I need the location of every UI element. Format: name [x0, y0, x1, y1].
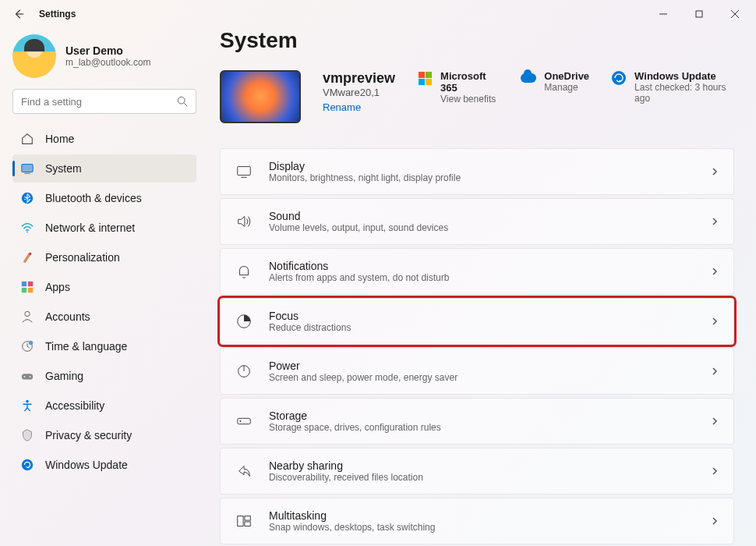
svg-rect-12	[28, 282, 33, 286]
setting-multitasking[interactable]: MultitaskingSnap windows, desktops, task…	[220, 498, 734, 544]
gamepad-icon	[20, 369, 34, 383]
sidebar-item-label: Home	[45, 133, 74, 145]
share-icon	[235, 462, 253, 480]
cloud-icon	[521, 70, 536, 86]
sidebar-item-accessibility[interactable]: Accessibility	[12, 392, 196, 420]
shield-icon	[20, 428, 34, 442]
setting-power[interactable]: PowerScreen and sleep, power mode, energ…	[220, 348, 734, 395]
device-model: VMware20,1	[323, 87, 395, 98]
svg-rect-1	[696, 11, 702, 17]
svg-point-22	[22, 459, 33, 470]
svg-point-15	[25, 311, 30, 316]
chevron-right-icon	[710, 267, 719, 276]
svg-rect-32	[245, 516, 250, 521]
sidebar-item-label: Privacy & security	[45, 429, 132, 441]
sidebar-item-label: Accessibility	[45, 399, 104, 412]
titlebar: Settings	[0, 0, 756, 28]
sidebar-item-label: Bluetooth & devices	[45, 192, 142, 204]
svg-point-9	[26, 232, 28, 233]
chevron-right-icon	[710, 167, 719, 176]
window-title: Settings	[39, 9, 76, 20]
search-icon	[177, 96, 188, 107]
minimize-button[interactable]	[645, 2, 681, 27]
search-box[interactable]	[12, 89, 196, 114]
svg-point-17	[29, 341, 33, 345]
person-icon	[20, 310, 34, 324]
sidebar-item-network[interactable]: Network & internet	[12, 214, 196, 242]
svg-rect-18	[22, 374, 33, 379]
sync-icon	[611, 70, 627, 86]
svg-point-10	[29, 253, 32, 256]
sidebar: User Demo m_lab@outlook.com Home System …	[0, 28, 204, 546]
bell-icon	[235, 262, 253, 281]
display-icon	[235, 162, 253, 181]
svg-rect-14	[28, 288, 33, 292]
setting-display[interactable]: DisplayMonitors, brightness, night light…	[220, 148, 734, 195]
sidebar-item-label: Windows Update	[45, 459, 128, 471]
system-icon	[20, 161, 34, 176]
sidebar-item-apps[interactable]: Apps	[12, 273, 196, 301]
svg-point-23	[612, 71, 626, 85]
sidebar-item-privacy[interactable]: Privacy & security	[12, 421, 196, 449]
svg-line-5	[184, 103, 187, 106]
update-icon	[20, 458, 34, 472]
sidebar-item-home[interactable]: Home	[12, 125, 196, 153]
device-name: vmpreview	[323, 70, 395, 87]
svg-rect-11	[22, 282, 26, 286]
setting-notifications[interactable]: NotificationsAlerts from apps and system…	[220, 248, 734, 295]
brush-icon	[20, 250, 34, 264]
device-thumbnail[interactable]	[220, 70, 301, 123]
sidebar-item-label: Accounts	[45, 310, 90, 323]
clock-icon	[20, 339, 34, 353]
sidebar-item-label: Network & internet	[45, 222, 135, 234]
svg-point-19	[24, 376, 26, 378]
rename-link[interactable]: Rename	[323, 101, 395, 113]
multitask-icon	[235, 512, 253, 530]
maximize-button[interactable]	[681, 2, 717, 27]
sidebar-item-time[interactable]: Time & language	[12, 332, 196, 360]
sidebar-item-personalization[interactable]: Personalization	[12, 243, 196, 271]
setting-nearby[interactable]: Nearby sharingDiscoverability, received …	[220, 448, 734, 495]
status-m365[interactable]: Microsoft 365View benefits	[417, 70, 499, 105]
focus-icon	[235, 312, 253, 331]
svg-rect-6	[22, 165, 33, 172]
svg-rect-33	[245, 522, 250, 526]
setting-sound[interactable]: SoundVolume levels, output, input, sound…	[220, 198, 734, 245]
setting-focus[interactable]: FocusReduce distractions	[220, 298, 734, 345]
sidebar-item-label: Personalization	[45, 251, 120, 264]
sidebar-item-label: Gaming	[45, 370, 83, 382]
status-onedrive[interactable]: OneDriveManage	[521, 70, 589, 93]
back-button[interactable]	[3, 2, 34, 27]
svg-rect-31	[238, 516, 243, 526]
close-icon	[731, 10, 739, 18]
microsoft-icon	[417, 70, 433, 86]
chevron-right-icon	[710, 466, 719, 476]
arrow-left-icon	[13, 9, 24, 20]
sidebar-item-label: Apps	[45, 281, 70, 293]
status-winupdate[interactable]: Windows UpdateLast checked: 3 hours ago	[611, 70, 734, 104]
close-button[interactable]	[717, 2, 753, 27]
sidebar-item-gaming[interactable]: Gaming	[12, 362, 196, 390]
apps-icon	[20, 280, 34, 294]
accessibility-icon	[20, 399, 34, 413]
sidebar-item-winupdate[interactable]: Windows Update	[12, 451, 196, 479]
avatar	[12, 34, 56, 78]
maximize-icon	[695, 10, 703, 18]
device-row: vmpreview VMware20,1 Rename Microsoft 36…	[220, 70, 734, 123]
storage-icon	[235, 412, 253, 431]
nav-list: Home System Bluetooth & devices Network …	[12, 125, 196, 479]
chevron-right-icon	[710, 516, 719, 526]
sidebar-item-bluetooth[interactable]: Bluetooth & devices	[12, 184, 196, 212]
setting-storage[interactable]: StorageStorage space, drives, configurat…	[220, 398, 734, 445]
sidebar-item-label: System	[45, 162, 82, 175]
svg-point-4	[178, 97, 185, 104]
svg-rect-29	[238, 418, 251, 424]
chevron-right-icon	[710, 217, 719, 226]
sidebar-item-accounts[interactable]: Accounts	[12, 303, 196, 331]
profile-name: User Demo	[65, 44, 151, 57]
svg-point-30	[240, 420, 242, 422]
sidebar-item-system[interactable]: System	[12, 154, 196, 183]
svg-rect-13	[22, 288, 26, 292]
profile-block[interactable]: User Demo m_lab@outlook.com	[12, 28, 196, 89]
search-input[interactable]	[21, 96, 177, 108]
